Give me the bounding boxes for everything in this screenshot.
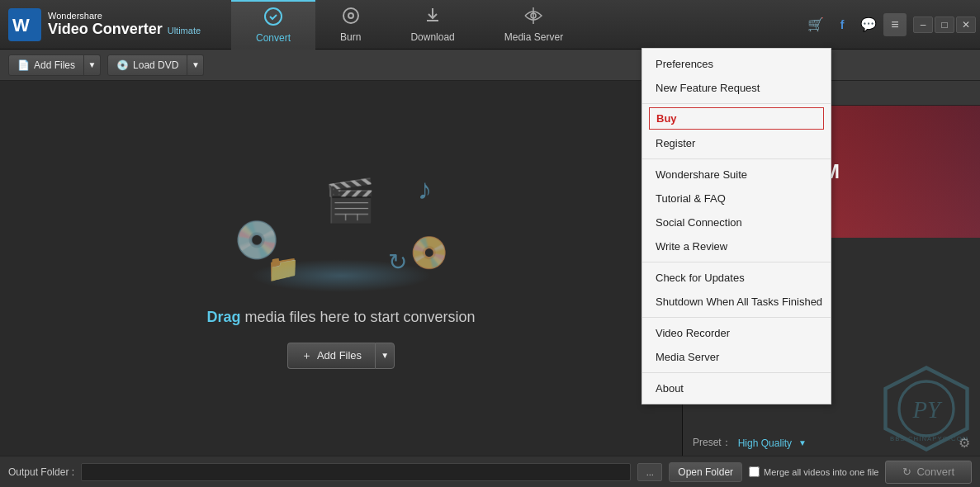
tab-media-server[interactable]: Media Server [480,0,588,50]
watermark: PY BBS.CHINAPYG.COM [881,363,972,454]
dropdown-menu: PreferencesNew Feature RequestBuyRegiste… [641,48,831,404]
settings-menu-button[interactable]: ≡ [883,13,907,36]
center-add-files-arrow-button[interactable]: ▼ [375,343,395,369]
menu-separator [642,317,831,318]
load-dvd-button[interactable]: 💿 Load DVD [107,54,187,76]
menu-item-video_recorder[interactable]: Video Recorder [642,321,831,345]
tab-burn-label: Burn [340,31,361,43]
menu-item-shutdown[interactable]: Shutdown When All Tasks Finished [642,290,831,314]
close-button[interactable]: ✕ [956,17,976,33]
convert-tab-icon [263,7,283,29]
preset-arrow-icon[interactable]: ▼ [798,438,807,447]
plus-icon: ＋ [301,348,312,363]
menu-item-check_updates[interactable]: Check for Updates [642,266,831,290]
facebook-button[interactable]: f [831,13,854,36]
menu-item-wondershare_suite[interactable]: Wondershare Suite [642,163,831,187]
menu-item-write_review[interactable]: Write a Review [642,234,831,258]
merge-checkbox-input[interactable] [749,466,760,477]
film-icon: 🎬 [324,177,376,225]
media-icons-decoration: 🎬 ♪ 💿 📀 📁 ↻ [217,168,465,309]
app-logo-icon: W [8,8,41,41]
subtoolbar: 📄 Add Files ▼ 💿 Load DVD ▼ [0,50,980,81]
load-dvd-label: Load DVD [133,59,178,71]
dvd-icon: 💿 [116,59,129,71]
add-files-label: Add Files [34,59,75,71]
product-main: Video Converter [48,21,163,38]
convert-label: Convert [916,466,954,478]
drop-text: Drag media files here to start conversio… [206,309,475,326]
brand-name: Wondershare [48,11,201,21]
center-add-files-group: ＋ Add Files ▼ [287,343,395,369]
tab-download[interactable]: Download [386,0,479,50]
menu-item-social_connection[interactable]: Social Connection [642,210,831,234]
menu-item-register[interactable]: Register [642,131,831,155]
center-add-files-button[interactable]: ＋ Add Files [287,343,375,369]
tab-convert-label: Convert [256,32,291,44]
chat-button[interactable]: 💬 [857,13,880,36]
tab-burn[interactable]: Burn [315,0,386,50]
titlebar: W Wondershare Video Converter Ultimate C… [0,0,980,50]
tab-convert[interactable]: Convert [231,0,315,50]
main-content: 🎬 ♪ 💿 📀 📁 ↻ Drag media files here to sta… [0,81,980,456]
menu-separator [642,262,831,262]
toolbar-icons: 🛒 f 💬 ≡ [798,0,913,50]
svg-point-3 [343,8,358,23]
nav-tabs: Convert Burn Download [231,0,798,50]
add-files-arrow-button[interactable]: ▼ [84,54,101,76]
bottom-bar: Output Folder : ... Open Folder Merge al… [0,456,980,487]
svg-text:PY: PY [912,397,943,423]
convert-button[interactable]: ↻ Convert [885,461,972,484]
browse-button[interactable]: ... [637,463,662,481]
menu-separator [642,372,831,373]
minimize-button[interactable]: – [913,17,933,33]
cart-button[interactable]: 🛒 [804,13,827,36]
svg-text:BBS.CHINAPYG.COM: BBS.CHINAPYG.COM [890,435,968,442]
glow-effect [250,259,432,292]
add-files-group: 📄 Add Files ▼ [8,54,101,76]
svg-point-2 [265,8,282,25]
load-dvd-arrow-button[interactable]: ▼ [187,54,204,76]
menu-item-tutorial_faq[interactable]: Tutorial & FAQ [642,187,831,210]
menu-separator [642,103,831,104]
menu-item-media_server[interactable]: Media Server [642,345,831,369]
product-sub: Ultimate [168,26,201,35]
drag-rest: media files here to start conversion [240,309,475,325]
merge-label: Merge all videos into one file [764,467,878,477]
svg-point-4 [348,13,353,18]
media-server-tab-icon [523,6,543,28]
preset-label: Preset： [693,436,731,450]
maximize-button[interactable]: □ [935,17,954,33]
preset-value[interactable]: High Quality [738,437,792,449]
add-files-button[interactable]: 📄 Add Files [8,54,84,76]
music-icon: ♪ [418,173,433,206]
menu-item-preferences[interactable]: Preferences [642,52,831,76]
menu-item-new_feature[interactable]: New Feature Request [642,76,831,100]
output-folder-label: Output Folder : [8,466,74,478]
burn-tab-icon [341,6,361,28]
window-controls: – □ ✕ [913,0,980,50]
menu-item-about[interactable]: About [642,376,831,400]
load-dvd-group: 💿 Load DVD ▼ [107,54,204,76]
svg-text:W: W [12,15,30,35]
merge-checkbox[interactable]: Merge all videos into one file [749,466,878,477]
output-path-input[interactable] [81,463,631,481]
menu-separator [642,158,831,159]
convert-icon: ↻ [902,466,911,478]
download-tab-icon [423,6,443,28]
dvd-icon-deco: 📀 [410,234,448,271]
add-files-icon: 📄 [17,59,30,71]
drag-bold: Drag [206,309,240,325]
center-add-files-label: Add Files [317,349,362,362]
open-folder-button[interactable]: Open Folder [669,462,742,482]
product-name: Video Converter Ultimate [48,21,201,38]
menu-item-buy[interactable]: Buy [649,107,824,130]
logo-text: Wondershare Video Converter Ultimate [48,11,201,38]
tab-download-label: Download [410,31,454,43]
drop-area[interactable]: 🎬 ♪ 💿 📀 📁 ↻ Drag media files here to sta… [0,81,683,456]
tab-media-server-label: Media Server [504,31,563,43]
logo-area: W Wondershare Video Converter Ultimate [0,8,231,41]
